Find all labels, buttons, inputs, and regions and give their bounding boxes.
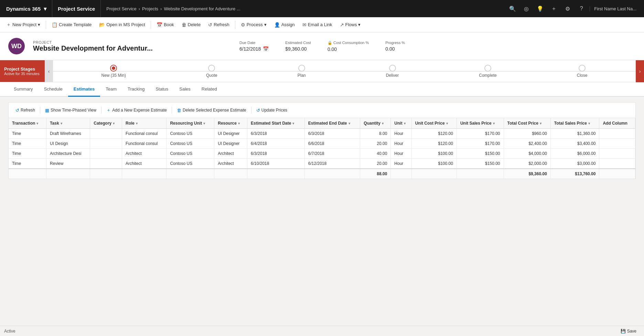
book-button[interactable]: 📅 Book bbox=[153, 20, 178, 30]
stage-item-complete[interactable]: Complete bbox=[479, 65, 496, 78]
table-cell: UI Designer bbox=[214, 129, 247, 139]
cmd-separator-1 bbox=[46, 21, 46, 29]
tab-summary[interactable]: Summary bbox=[8, 82, 39, 97]
flows-button[interactable]: ↗ Flows ▾ bbox=[336, 20, 364, 30]
update-prices-button[interactable]: ↺ Update Prices bbox=[254, 106, 290, 115]
tab-related[interactable]: Related bbox=[196, 82, 223, 97]
sort-icon-unit-cost-price[interactable]: ▾ bbox=[446, 122, 448, 125]
email-link-label: Email a Link bbox=[308, 22, 332, 27]
sort-icon-task[interactable]: ▾ bbox=[61, 122, 62, 125]
stage-nav-left-button[interactable]: ‹ bbox=[45, 60, 53, 82]
tab-tracking[interactable]: Tracking bbox=[122, 82, 150, 97]
sort-icon-unit[interactable]: ▾ bbox=[404, 122, 406, 125]
stage-name-complete: Complete bbox=[479, 73, 496, 78]
breadcrumb-sep-1: › bbox=[139, 6, 140, 11]
settings-icon[interactable]: ⚙ bbox=[562, 3, 573, 14]
create-template-label: Create Template bbox=[59, 22, 92, 27]
estimated-cost-label: Estimated Cost bbox=[285, 41, 311, 45]
assign-button[interactable]: 👤 Assign bbox=[271, 20, 298, 30]
sort-icon-transaction[interactable]: ▾ bbox=[36, 122, 38, 125]
footer-task bbox=[46, 169, 90, 179]
delete-button[interactable]: 🗑 Delete bbox=[178, 20, 204, 30]
delete-expense-button[interactable]: 🗑 Delete Selected Expense Estimate bbox=[174, 106, 249, 115]
col-unit: Unit▾ bbox=[391, 118, 411, 129]
sort-icon-resource[interactable]: ▾ bbox=[238, 122, 240, 125]
stage-item-quote[interactable]: Quote bbox=[206, 65, 217, 78]
sort-icon-resourcing-unit[interactable]: ▾ bbox=[203, 122, 205, 125]
tab-estimates[interactable]: Estimates bbox=[68, 82, 100, 97]
new-project-label: New Project bbox=[12, 22, 36, 27]
brand-logo[interactable]: Dynamics 365 ▼ bbox=[3, 0, 52, 17]
table-row[interactable]: TimeReviewArchitectContoso USArchitect6/… bbox=[9, 159, 635, 169]
sort-icon-quantity[interactable]: ▾ bbox=[382, 122, 384, 125]
progress-label: Progress % bbox=[385, 41, 405, 45]
assign-icon: 👤 bbox=[274, 22, 280, 28]
table-cell: Contoso US bbox=[167, 139, 214, 149]
breadcrumb-item-2[interactable]: Projects bbox=[142, 6, 158, 11]
update-prices-label: Update Prices bbox=[261, 108, 287, 113]
sort-icon-role[interactable]: ▾ bbox=[136, 122, 138, 125]
delete-expense-icon: 🗑 bbox=[177, 108, 181, 113]
add-expense-button[interactable]: ＋ Add a New Expense Estimate bbox=[104, 105, 170, 115]
due-date-value: 6/12/2018 📅 bbox=[239, 46, 269, 52]
status-bar: Active 💾 Save bbox=[0, 326, 644, 336]
breadcrumb-item-1[interactable]: Project Service bbox=[106, 6, 136, 11]
process-button[interactable]: ⚙ Process ▾ bbox=[237, 20, 270, 30]
sort-icon-end-date[interactable]: ▾ bbox=[348, 122, 350, 125]
process-label: Process bbox=[247, 22, 263, 27]
command-bar: ＋ New Project ▾ 📋 Create Template 📂 Open… bbox=[0, 17, 644, 32]
sort-icon-start-date[interactable]: ▾ bbox=[292, 122, 294, 125]
create-template-button[interactable]: 📋 Create Template bbox=[48, 20, 95, 30]
cmd-separator-2 bbox=[151, 21, 151, 29]
table-body: TimeDraft WireframesFunctional consulCon… bbox=[9, 129, 635, 169]
new-project-button[interactable]: ＋ New Project ▾ bbox=[3, 20, 44, 30]
sort-icon-category[interactable]: ▾ bbox=[113, 122, 115, 125]
sort-icon-total-cost-price[interactable]: ▾ bbox=[540, 122, 541, 125]
email-link-button[interactable]: ✉ Email a Link bbox=[299, 20, 336, 30]
refresh-label: Refresh bbox=[214, 22, 229, 27]
tab-team[interactable]: Team bbox=[100, 82, 122, 97]
sort-icon-total-sales-price[interactable]: ▾ bbox=[588, 122, 590, 125]
table-cell bbox=[90, 159, 122, 169]
stage-item-plan[interactable]: Plan bbox=[298, 65, 306, 78]
due-date-field: Due Date 6/12/2018 📅 bbox=[239, 41, 269, 52]
col-add-column[interactable]: Add Column bbox=[599, 118, 635, 129]
tab-schedule[interactable]: Schedule bbox=[39, 82, 68, 97]
stage-circle-new bbox=[110, 65, 117, 72]
process-icon: ⚙ bbox=[241, 22, 245, 28]
table-row[interactable]: TimeDraft WireframesFunctional consulCon… bbox=[9, 129, 635, 139]
stage-item-deliver[interactable]: Deliver bbox=[386, 65, 399, 78]
new-icon[interactable]: ＋ bbox=[548, 3, 559, 14]
show-time-phased-button[interactable]: ▦ Show Time-Phased View bbox=[42, 106, 99, 115]
table-row[interactable]: TimeUI DesignFunctional consulContoso US… bbox=[9, 139, 635, 149]
table-cell: Hour bbox=[391, 139, 411, 149]
table-cell: $150.00 bbox=[457, 159, 504, 169]
recent-icon[interactable]: ◎ bbox=[521, 3, 532, 14]
table-cell: $170.00 bbox=[457, 129, 504, 139]
col-start-date: Estimated Start Date▾ bbox=[247, 118, 305, 129]
cost-consumption-field: 🔒 Cost Consumption % 0.00 bbox=[328, 41, 369, 52]
save-button[interactable]: 💾 Save bbox=[617, 327, 640, 335]
stage-item-new[interactable]: New (35 Min) bbox=[101, 65, 126, 78]
tab-sales[interactable]: Sales bbox=[174, 82, 196, 97]
refresh-button[interactable]: ↺ Refresh bbox=[205, 20, 233, 30]
add-expense-label: Add a New Expense Estimate bbox=[112, 108, 167, 113]
open-ms-project-button[interactable]: 📂 Open in MS Project bbox=[96, 20, 149, 30]
search-icon[interactable]: 🔍 bbox=[507, 3, 518, 14]
grid-refresh-button[interactable]: ↺ Refresh bbox=[13, 106, 38, 115]
table-cell: 6/4/2018 bbox=[247, 139, 305, 149]
question-icon[interactable]: ? bbox=[576, 3, 587, 14]
table-row[interactable]: TimeArchitecture DesiArchitectContoso US… bbox=[9, 149, 635, 159]
stage-item-close[interactable]: Close bbox=[577, 65, 588, 78]
calendar-icon[interactable]: 📅 bbox=[263, 46, 269, 52]
help-lightbulb-icon[interactable]: 💡 bbox=[535, 3, 546, 14]
tab-status[interactable]: Status bbox=[150, 82, 174, 97]
breadcrumb-sep-2: › bbox=[160, 6, 162, 11]
stage-nav-right-button[interactable]: › bbox=[636, 60, 644, 82]
footer-unit-cost-price bbox=[411, 169, 457, 179]
user-profile[interactable]: First Name Last Na... bbox=[590, 6, 641, 11]
sort-icon-unit-sales-price[interactable]: ▾ bbox=[493, 122, 495, 125]
col-resourcing-unit: Resourcing Unit▾ bbox=[167, 118, 214, 129]
refresh-icon: ↺ bbox=[208, 22, 212, 28]
cost-consumption-value: 0.00 bbox=[328, 46, 369, 52]
